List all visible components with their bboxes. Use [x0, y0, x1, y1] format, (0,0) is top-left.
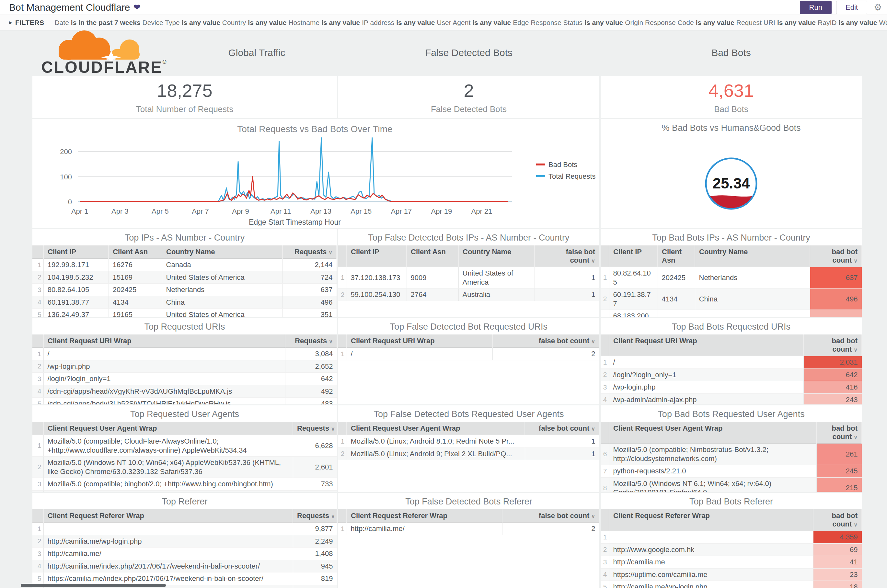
table-row[interactable]: 3/wp-login.php416: [601, 381, 862, 394]
table-row[interactable]: 4/wp-admin/admin-ajax.php243: [601, 393, 862, 404]
column-header-country-name[interactable]: Country Name: [459, 245, 535, 267]
column-header-client-ip[interactable]: Client IP: [44, 245, 108, 259]
table-row[interactable]: 2/login/?login_only=1642: [601, 369, 862, 381]
table-row[interactable]: 1/2,031: [601, 356, 862, 369]
column-header-requests[interactable]: Requests∨: [293, 422, 337, 435]
column-header-client-request-referer-wrap[interactable]: Client Request Referer Wrap: [44, 509, 293, 523]
table-row[interactable]: 14,359: [601, 531, 862, 544]
filter-item-country[interactable]: Countryis any value: [222, 19, 287, 26]
filter-item-ip-address[interactable]: IP addressis any value: [362, 19, 435, 26]
row-index-header: [338, 422, 347, 435]
column-header-client-ip[interactable]: Client IP: [347, 245, 407, 267]
column-header-client-asn[interactable]: Client Asn: [658, 245, 695, 267]
table-row[interactable]: 368.183.200.16714061Canada237: [601, 310, 862, 317]
table-row[interactable]: 4http://camilia.me/index.php/2017/06/17/…: [32, 560, 337, 573]
column-header-false-bot-count[interactable]: false bot count∨: [502, 509, 599, 523]
column-header-false-bot-count[interactable]: false bot count∨: [492, 334, 599, 348]
column-header-requests[interactable]: Requests∨: [283, 245, 337, 259]
table-row[interactable]: 1192.99.8.17116276Canada2,144: [32, 259, 337, 272]
row-index: 2: [32, 535, 44, 548]
column-header-client-asn[interactable]: Client Asn: [407, 245, 459, 267]
filters-toggle[interactable]: ▶ FILTERS: [9, 19, 44, 27]
column-header-client-request-user-agent-wrap[interactable]: Client Request User Agent Wrap: [609, 422, 816, 444]
table-row[interactable]: 1http://camilia.me/2: [338, 523, 599, 535]
column-header-client-request-uri-wrap[interactable]: Client Request URI Wrap: [44, 334, 285, 348]
column-header-client-request-referer-wrap[interactable]: Client Request Referer Wrap: [609, 509, 813, 531]
dimension-cell: 14061: [658, 310, 695, 317]
table-row[interactable]: 180.82.64.105202425Netherlands637: [601, 267, 862, 288]
filter-item-hostname[interactable]: Hostnameis any value: [288, 19, 360, 26]
filter-item-device-type[interactable]: Device Typeis any value: [143, 19, 220, 26]
gear-icon[interactable]: ⚙: [874, 2, 882, 13]
svg-text:Apr 21: Apr 21: [471, 207, 492, 215]
column-header-bad-bot-count[interactable]: bad bot count∨: [816, 422, 862, 444]
filter-item-rayid[interactable]: RayIDis any value: [818, 19, 877, 26]
table-row[interactable]: 3http://camilia.me/1,408: [32, 548, 337, 560]
table-row[interactable]: 460.191.38.774134China496: [32, 296, 337, 309]
run-button[interactable]: Run: [800, 1, 831, 14]
column-header-bad-bot-count[interactable]: bad bot count∨: [803, 334, 862, 356]
table-row[interactable]: 5/cdn-cgi/apps/body/3Lh52SjWTQ4HRlErJykH…: [32, 398, 337, 405]
table-row[interactable]: 1Mozilla/5.0 (Linux; Android 8.1.0; Redm…: [338, 435, 599, 448]
column-header-client-request-uri-wrap[interactable]: Client Request URI Wrap: [347, 334, 492, 348]
filter-item-origin-response-code[interactable]: Origin Response Codeis any value: [625, 19, 734, 26]
card-top-bad-bot-ips: Top Bad Bots IPs - AS Number - Country C…: [601, 229, 862, 317]
column-header-client-request-referer-wrap[interactable]: Client Request Referer Wrap: [347, 509, 502, 523]
table-row[interactable]: 6Mozilla/5.0 (compatible; Nimbostratus-B…: [601, 444, 862, 465]
column-header-client-request-user-agent-wrap[interactable]: Client Request User Agent Wrap: [44, 422, 293, 435]
column-header-bad-bot-count[interactable]: bad bot count∨: [813, 509, 862, 531]
column-header-client-ip[interactable]: Client IP: [609, 245, 658, 267]
column-header-country-name[interactable]: Country Name: [695, 245, 810, 267]
table-row[interactable]: 5136.24.49.3719165United States of Ameri…: [32, 309, 337, 317]
column-header-client-request-uri-wrap[interactable]: Client Request URI Wrap: [609, 334, 803, 356]
table-row[interactable]: 3/login/?login_only=1642: [32, 373, 337, 385]
column-header-client-asn[interactable]: Client Asn: [108, 245, 162, 259]
table-row[interactable]: 2104.198.5.23215169United States of Amer…: [32, 271, 337, 284]
table-row[interactable]: 4/cdn-cgi/apps/head/xVgyKhR-vV3dAUGhMqfB…: [32, 385, 337, 398]
table-row[interactable]: 137.120.138.1739009United States of Amer…: [338, 267, 599, 288]
column-header-requests[interactable]: Requests∨: [293, 509, 337, 523]
table-top-ips: Client IPClient AsnCountry NameRequests∨…: [32, 245, 337, 317]
column-header-bad-bot-count[interactable]: bad bot count∨: [810, 245, 862, 267]
table-row[interactable]: 19,877: [32, 523, 337, 535]
table-row[interactable]: 7python-requests/2.21.0245: [601, 465, 862, 478]
table-row[interactable]: 4https://uptime.com/camilia.me23: [601, 568, 862, 581]
kpi-total-requests: 18,275 Total Number of Requests: [32, 76, 337, 118]
table-row[interactable]: 2Mozilla/5.0 (Windows NT 10.0; Win64; x6…: [32, 456, 337, 478]
table-row[interactable]: 4681: [32, 490, 337, 492]
table-row[interactable]: 1/3,084: [32, 348, 337, 360]
dimension-cell: Netherlands: [162, 284, 283, 296]
legend-item-total-requests[interactable]: Total Requests: [536, 172, 596, 180]
table-row[interactable]: 2/wp-login.php2,652: [32, 360, 337, 373]
table-row[interactable]: 1/2: [338, 348, 599, 360]
filter-item-worker-subrequest[interactable]: Worker Subrequestis...: [879, 19, 887, 26]
table-row[interactable]: 259.100.254.1302764Australia1: [338, 288, 599, 301]
column-header-false-bot-count[interactable]: false bot count∨: [535, 245, 599, 267]
filter-item-request-uri[interactable]: Request URIis any value: [737, 19, 816, 26]
table-row[interactable]: 3http://camilia.me41: [601, 556, 862, 568]
card-title: Top False Detected Bots Referer: [338, 493, 599, 509]
row-index: 5: [32, 398, 44, 405]
table-row[interactable]: 2Mozilla/5.0 (Linux; Android 9; Pixel 2 …: [338, 447, 599, 460]
column-header-false-bot-count[interactable]: false bot count∨: [525, 422, 599, 435]
table-row[interactable]: 8Mozilla/5.0 (Windows NT 6.1; Win64; x64…: [601, 477, 862, 492]
filter-item-edge-response-status[interactable]: Edge Response Statusis any value: [513, 19, 623, 26]
sort-desc-icon: ∨: [331, 426, 335, 432]
filter-item-date[interactable]: Dateis in the past 7 weeks: [54, 19, 140, 26]
measure-cell: 41: [813, 556, 862, 568]
column-header-client-request-user-agent-wrap[interactable]: Client Request User Agent Wrap: [347, 422, 525, 435]
table-row[interactable]: 5https://camilia.me/index.php/2017/06/17…: [32, 573, 337, 585]
table-row[interactable]: 260.191.38.774134China496: [601, 288, 862, 310]
horizontal-scrollbar-thumb[interactable]: [21, 584, 166, 587]
table-row[interactable]: 380.82.64.105202425Netherlands637: [32, 284, 337, 296]
column-header-requests[interactable]: Requests∨: [285, 334, 337, 348]
legend-item-bad-bots[interactable]: Bad Bots: [536, 160, 577, 169]
table-row[interactable]: 2http://camilia.me/wp-login.php2,249: [32, 535, 337, 548]
column-header-country-name[interactable]: Country Name: [162, 245, 283, 259]
table-row[interactable]: 5http://camilia.me/wp-login.php18: [601, 581, 862, 588]
table-row[interactable]: 1Mozilla/5.0 (compatible; CloudFlare-Alw…: [32, 435, 337, 456]
table-row[interactable]: 2http://www.google.com.hk69: [601, 543, 862, 556]
edit-button[interactable]: Edit: [836, 1, 867, 14]
table-row[interactable]: 3Mozilla/5.0 (compatible; bingbot/2.0; +…: [32, 478, 337, 490]
filter-item-user-agent[interactable]: User Agentis any value: [437, 19, 511, 26]
